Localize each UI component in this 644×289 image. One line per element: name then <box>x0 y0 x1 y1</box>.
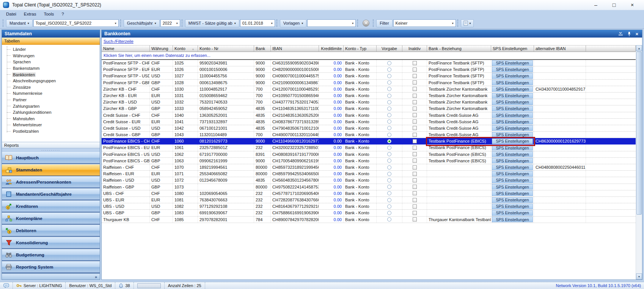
sidebar-splitter[interactable]: ·········· <box>2 148 100 152</box>
cell-kreditlimite[interactable]: 0.00 <box>319 144 344 151</box>
cell-alternative-iban[interactable] <box>534 151 586 157</box>
table-row[interactable]: Credit Suisse - EUR EUR 1041 73719313289… <box>102 119 636 125</box>
cell-iban[interactable]: CH4900700113201104489 <box>271 132 319 138</box>
cell-konto[interactable]: 1081 <box>173 197 198 203</box>
column-header-konto-nr[interactable]: Konto - Nr <box>198 45 254 52</box>
cell-kreditlimite[interactable]: 0.00 <box>319 217 344 223</box>
cell-konto-nr[interactable]: 110004852917 <box>198 86 254 92</box>
cell-iban[interactable]: CH8597323189219994561 <box>271 164 319 170</box>
column-header-sps-einstellungen[interactable]: SPS Einstellungen <box>491 45 534 52</box>
cell-konto-typ[interactable]: Bank - Konto <box>344 93 377 99</box>
cell-konto-nr[interactable]: 763843076663 <box>198 197 254 203</box>
table-row[interactable]: Thurgauer KB CHF 1085 297078282001 784 C… <box>102 217 636 223</box>
cell-kreditlimite[interactable]: 0.00 <box>319 125 344 131</box>
cell-bank[interactable]: 232 <box>254 203 271 209</box>
column-header-bank[interactable]: Bank <box>254 45 271 52</box>
cell-konto[interactable]: 1040 <box>173 112 198 118</box>
cell-bank-beziehung[interactable] <box>427 177 491 183</box>
sidebar-item-reporting-system[interactable]: Reporting System <box>2 261 100 273</box>
sps-einstellungen-button[interactable]: SPS Einstellungen <box>492 132 533 138</box>
cell-bank-beziehung[interactable]: Testbank Credit-Suisse AG <box>427 132 491 138</box>
cell-currency[interactable]: USD <box>150 125 173 131</box>
cell-currency[interactable]: GBP <box>150 132 173 138</box>
cell-bank-beziehung[interactable]: PostFinance Testbank (SFTP) <box>427 66 491 72</box>
inaktiv-checkbox[interactable] <box>413 211 417 215</box>
search-filter-link[interactable]: Such-/Filterzeile <box>104 39 134 44</box>
cell-kreditlimite[interactable]: 0.00 <box>319 132 344 138</box>
table-row[interactable]: UBS - USD USD 1082 977129292108 232 CH81… <box>102 203 636 210</box>
table-row[interactable]: Zürcher KB - GBP GBP 1033 058942459052 4… <box>102 105 636 112</box>
sps-einstellungen-button[interactable]: SPS Einstellungen <box>492 184 533 190</box>
vorgabe-radio[interactable] <box>387 172 391 176</box>
cell-konto-typ[interactable]: Bank - Konto <box>344 105 377 112</box>
cell-bank[interactable]: 8391 <box>254 151 271 157</box>
cell-alternative-iban[interactable] <box>534 93 586 99</box>
tree-item-sprachen[interactable]: Sprachen <box>2 59 100 65</box>
cell-bank[interactable]: 9000 <box>254 60 271 66</box>
cell-alternative-iban[interactable] <box>534 171 586 177</box>
inaktiv-checkbox[interactable] <box>413 119 417 124</box>
sidebar-section-reports[interactable]: Reports <box>2 142 100 148</box>
vorgabe-radio[interactable] <box>387 100 391 104</box>
inaktiv-checkbox[interactable] <box>413 139 417 143</box>
cell-kreditlimite[interactable]: 0.00 <box>319 112 344 118</box>
sps-einstellungen-button[interactable]: SPS Einstellungen <box>492 177 533 183</box>
vorgabe-radio[interactable] <box>387 146 391 150</box>
report-document-button[interactable]: ▾ <box>461 19 474 27</box>
cell-name[interactable]: PostFinance EBICS - GBP <box>102 158 150 164</box>
cell-kreditlimite[interactable]: 0.00 <box>319 203 344 209</box>
cell-kreditlimite[interactable]: 0.00 <box>319 93 344 99</box>
new-record-row[interactable]: Klicken Sie hier, um einen neuen Datensa… <box>102 52 636 60</box>
cell-alternative-iban[interactable] <box>534 80 586 86</box>
cell-kreditlimite[interactable]: 0.00 <box>319 184 344 190</box>
cell-iban[interactable]: CH1095077015008659462 <box>271 93 319 99</box>
toolbar-drag-handle[interactable] <box>3 19 5 27</box>
vorgabe-radio[interactable] <box>387 133 391 137</box>
tree-item-partner[interactable]: Partner <box>2 97 100 103</box>
cell-kreditlimite[interactable]: 0.00 <box>319 158 344 164</box>
status-chat-segment[interactable] <box>0 282 13 289</box>
sps-einstellungen-button[interactable]: SPS Einstellungen <box>492 60 533 66</box>
sidebar-item-adressen-personenkonten[interactable]: Adressen/Personenkonten <box>2 176 100 188</box>
cell-konto-nr[interactable]: 297078282001 <box>198 217 254 223</box>
cell-konto-typ[interactable]: Bank - Konto <box>344 132 377 138</box>
cell-kreditlimite[interactable]: 0.00 <box>319 151 344 157</box>
cell-bank[interactable]: 700 <box>254 93 271 99</box>
cell-alternative-iban[interactable]: CH8630000001201629773 <box>534 138 586 144</box>
cell-name[interactable]: PostFinance SFTP - EUR <box>102 66 150 72</box>
inaktiv-checkbox[interactable] <box>413 126 417 130</box>
table-row[interactable]: Raiffeisen - GBP GBP 1073 80000 CH975082… <box>102 184 636 190</box>
cell-kreditlimite[interactable]: 0.00 <box>319 73 344 79</box>
vorgabe-radio[interactable] <box>387 211 391 215</box>
cell-konto[interactable]: 1031 <box>173 93 198 99</box>
cell-bank-beziehung[interactable]: Testbank PostFinance (EBICS) <box>427 158 491 164</box>
cell-bank[interactable]: 232 <box>254 144 271 151</box>
tree-item-währungen[interactable]: Währungen <box>2 53 100 59</box>
tree-item-bankenstamm[interactable]: Bankenstamm <box>2 65 100 72</box>
inaktiv-checkbox[interactable] <box>413 165 417 170</box>
table-row[interactable]: PostFinance EBICS - EUR EUR 1061 2325728… <box>102 144 636 151</box>
cell-name[interactable]: PostFinance EBICS - USD <box>102 151 150 157</box>
sps-einstellungen-button[interactable]: SPS Einstellungen <box>492 165 533 170</box>
cell-name[interactable]: Zürcher KB - CHF <box>102 86 150 92</box>
maximize-button[interactable]: □ <box>611 2 617 8</box>
inaktiv-checkbox[interactable] <box>413 94 417 98</box>
cell-konto[interactable]: 1082 <box>173 203 198 209</box>
table-row[interactable]: Credit Suisse - GBP GBP 1043 11320110448… <box>102 132 636 138</box>
cell-konto-nr[interactable]: 737193132897 <box>198 119 254 125</box>
cell-iban[interactable]: CH8209000000100150006 <box>271 66 319 72</box>
cell-bank-beziehung[interactable] <box>427 203 491 209</box>
cell-bank-beziehung[interactable]: Testbank PostFinance (EBICS) <box>427 151 491 157</box>
cell-kreditlimite[interactable]: 0.00 <box>319 105 344 112</box>
table-row[interactable]: PostFinance EBICS - GBP GBP 1063 0990621… <box>102 158 636 164</box>
vorgabe-radio[interactable] <box>387 68 391 72</box>
cell-name[interactable]: Raiffeisen - EUR <box>102 171 150 177</box>
cell-bank[interactable]: 80000 <box>254 164 271 170</box>
sps-einstellungen-button[interactable]: SPS Einstellungen <box>492 80 533 85</box>
cell-alternative-iban[interactable] <box>534 197 586 203</box>
cell-konto-nr[interactable]: 753201740533 <box>198 99 254 105</box>
cell-konto[interactable]: 1061 <box>173 144 198 151</box>
cell-iban[interactable]: CH6315590959020343981 <box>271 60 319 66</box>
column-header-kreditlimite[interactable]: Kreditlimite <box>319 45 344 52</box>
sps-einstellungen-button[interactable]: SPS Einstellungen <box>492 67 533 72</box>
